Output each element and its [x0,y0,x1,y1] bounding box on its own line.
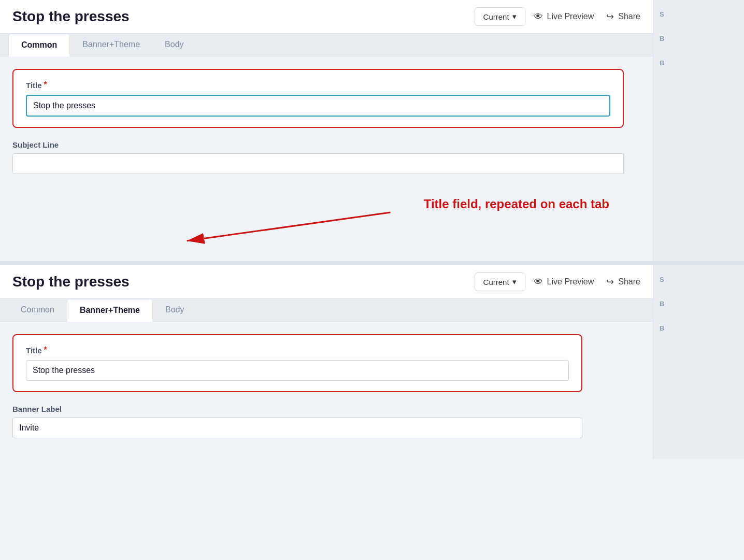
title-field-card-1: Title * [12,69,624,128]
title-label-2: Title * [26,346,569,355]
current-label-2: Current [483,278,509,286]
title-field-card-2: Title * [12,334,582,392]
annotation-text: Title field, repeated on each tab [424,197,609,212]
header-1: Stop the presses Current ▾ 👁 Live Previe… [0,0,653,34]
current-button-1[interactable]: Current ▾ [475,7,525,26]
subject-input-1[interactable] [12,153,624,174]
annotation-arrow [12,186,640,249]
tab-common-1[interactable]: Common [8,34,70,56]
content-2: Title * Banner Label [0,322,653,459]
live-preview-button-2[interactable]: 👁 Live Preview [534,277,594,288]
eye-icon-2: 👁 [534,277,543,288]
tab-banner-theme-1[interactable]: Banner+Theme [70,34,152,56]
tab-banner-theme-2[interactable]: Banner+Theme [67,299,153,322]
tab-body-2[interactable]: Body [153,299,196,321]
right-sidebar-2: S B B [653,265,744,459]
panel-2: Stop the presses Current ▾ 👁 Live Previe… [0,265,744,459]
panel-1-main: Stop the presses Current ▾ 👁 Live Previe… [0,0,653,261]
page-title-1: Stop the presses [12,8,466,25]
live-preview-label-2: Live Preview [547,277,594,286]
banner-label-section: Banner Label [12,405,582,438]
chevron-down-icon-1: ▾ [512,12,517,21]
annotation-area: Title field, repeated on each tab [12,186,640,249]
current-button-2[interactable]: Current ▾ [475,272,525,291]
panel-1: Stop the presses Current ▾ 👁 Live Previe… [0,0,744,261]
tab-body-1[interactable]: Body [152,34,196,56]
header-actions-2: 👁 Live Preview ↪ Share [534,276,640,288]
share-button-1[interactable]: ↪ Share [606,11,640,22]
panel-2-main: Stop the presses Current ▾ 👁 Live Previe… [0,265,653,459]
share-icon-2: ↪ [606,276,614,288]
sidebar-label-b4: B [660,324,738,332]
tabs-2: Common Banner+Theme Body [0,299,653,322]
right-sidebar-1: S B B [653,0,744,261]
sidebar-label-b1: B [660,35,738,42]
sidebar-label-b2: B [660,59,738,67]
tabs-1: Common Banner+Theme Body [0,34,653,56]
header-2: Stop the presses Current ▾ 👁 Live Previe… [0,265,653,299]
tab-common-2[interactable]: Common [8,299,67,321]
page-title-2: Stop the presses [12,274,466,290]
live-preview-label-1: Live Preview [547,12,594,21]
eye-icon-1: 👁 [534,11,543,22]
panel-divider [0,261,744,265]
current-label-1: Current [483,12,509,21]
sidebar-label-b3: B [660,300,738,308]
svg-line-1 [187,212,391,241]
live-preview-button-1[interactable]: 👁 Live Preview [534,11,594,22]
required-star-1: * [44,80,47,90]
content-1: Title * Subject Line [0,56,653,261]
share-button-2[interactable]: ↪ Share [606,276,640,288]
sidebar-label-s2: S [660,276,738,283]
share-icon-1: ↪ [606,11,614,22]
share-label-1: Share [618,12,640,21]
chevron-down-icon-2: ▾ [512,277,517,286]
banner-label-heading: Banner Label [12,405,582,413]
banner-label-input[interactable] [12,418,582,438]
title-input-2[interactable] [26,360,569,381]
share-label-2: Share [618,277,640,286]
subject-section-1: Subject Line [12,140,624,174]
title-input-1[interactable] [26,95,610,117]
title-label-1: Title * [26,80,610,90]
sidebar-label-s1: S [660,10,738,18]
header-actions-1: 👁 Live Preview ↪ Share [534,11,640,22]
required-star-2: * [44,346,47,355]
subject-label-1: Subject Line [12,140,624,149]
